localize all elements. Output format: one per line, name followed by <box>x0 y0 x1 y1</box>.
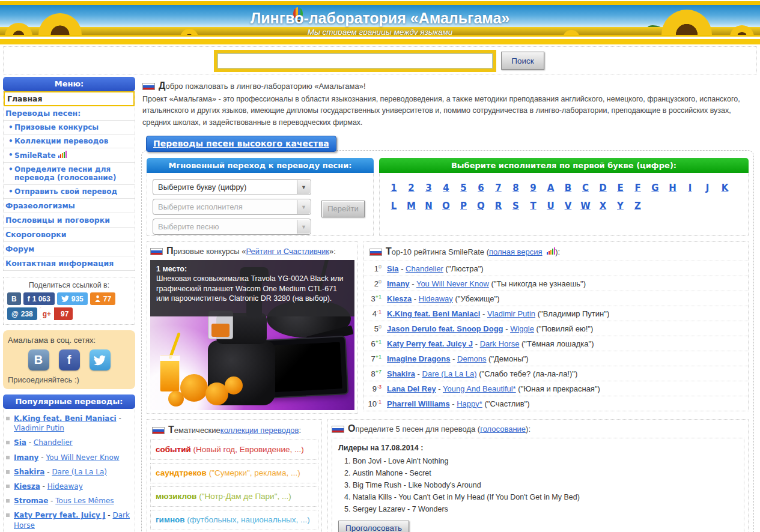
menu-item-prize-contests[interactable]: Призовые конкурсы <box>4 121 135 135</box>
quality-translations-tab[interactable]: Переводы песен высокого качества <box>146 136 336 152</box>
letter-link[interactable]: Y <box>615 201 626 211</box>
letter-link[interactable]: 4 <box>440 183 452 193</box>
menu-item-proverbs[interactable]: Пословицы и поговорки <box>4 213 135 228</box>
top10-song-link[interactable]: Vladimir Putin <box>487 309 535 318</box>
share-facebook-button[interactable]: f1 063 <box>23 292 55 305</box>
letter-link[interactable]: I <box>684 183 696 193</box>
top10-song-link[interactable]: Chandelier <box>406 264 443 273</box>
letter-link[interactable]: 2 <box>406 183 417 193</box>
top10-artist-link[interactable]: Jason Derulo feat. Snoop Dogg <box>387 324 503 333</box>
popular-song-link[interactable]: Hideaway <box>47 482 83 491</box>
popular-artist-link[interactable]: Imany <box>14 453 38 462</box>
popular-artist-link[interactable]: Stromae <box>14 497 48 505</box>
menu-item-home[interactable]: Главная <box>4 91 135 106</box>
popular-song-link[interactable]: Chandelier <box>34 438 73 447</box>
menu-item-contacts[interactable]: Контактная информация <box>4 256 135 271</box>
letter-link[interactable]: S <box>510 201 521 211</box>
collection-row[interactable]: мюзиклов ("Нотр-Дам де Пари", ...) <box>150 486 318 507</box>
top10-artist-link[interactable]: K.King feat. Beni Maniaci <box>387 309 480 318</box>
twitter-page-button[interactable] <box>90 349 111 370</box>
top10-artist-link[interactable]: Kiesza <box>387 294 412 303</box>
contest-link[interactable]: Рейтинг и Счастливчик <box>246 247 329 256</box>
letter-link[interactable]: Z <box>632 201 643 211</box>
letter-link[interactable]: U <box>545 201 556 211</box>
letter-link[interactable]: R <box>493 201 504 211</box>
letter-link[interactable]: J <box>702 183 713 193</box>
letter-link[interactable]: 5 <box>458 183 469 193</box>
vote-button[interactable]: Проголосовать <box>338 521 409 532</box>
prize-image[interactable]: 1 место: Шнековая соковыжималка Travola … <box>150 260 354 410</box>
top10-full-version-link[interactable]: полная версия <box>489 247 543 256</box>
menu-item-song-translations[interactable]: Переводы песен: <box>4 106 135 121</box>
menu-item-smilerate[interactable]: SmileRate <box>4 148 135 163</box>
letter-link[interactable]: M <box>406 201 417 211</box>
popular-artist-link[interactable]: Sia <box>14 438 26 447</box>
top10-song-link[interactable]: Dare (La La La) <box>422 369 477 378</box>
share-twitter-button[interactable]: 935 <box>57 292 88 305</box>
menu-item-forum[interactable]: Форум <box>4 242 135 256</box>
share-googleplus-button[interactable]: g+97 <box>40 307 73 320</box>
popular-song-link[interactable]: You Will Never Know <box>46 453 119 462</box>
letter-link[interactable]: H <box>667 183 678 193</box>
collection-row[interactable]: саундтреков ("Сумерки", реклама, ...) <box>150 463 318 483</box>
share-odnoklassniki-button[interactable]: 77 <box>90 292 115 305</box>
popular-artist-link[interactable]: Kiesza <box>14 482 40 491</box>
facebook-page-button[interactable]: f <box>59 349 80 370</box>
letter-link[interactable]: K <box>719 183 731 193</box>
top10-song-link[interactable]: Hideaway <box>419 294 453 303</box>
share-mailru-button[interactable]: @238 <box>7 307 37 320</box>
top10-song-link[interactable]: Wiggle <box>510 324 534 333</box>
menu-item-tongue-twisters[interactable]: Скороговорки <box>4 228 135 242</box>
top10-artist-link[interactable]: Imany <box>387 279 410 288</box>
collection-row[interactable]: гимнов (футбольных, национальных, ...) <box>150 510 318 530</box>
search-button[interactable]: Поиск <box>501 52 544 70</box>
collection-row[interactable]: событий (Новый год, Евровидение, ...) <box>150 440 318 460</box>
letter-link[interactable]: 9 <box>527 183 539 193</box>
letter-link[interactable]: 3 <box>423 183 434 193</box>
top10-artist-link[interactable]: Shakira <box>387 369 415 378</box>
letter-link[interactable]: T <box>527 201 539 211</box>
top10-song-link[interactable]: Happy* <box>457 399 482 408</box>
go-button[interactable]: Перейти <box>321 201 365 217</box>
top10-artist-link[interactable]: Katy Perry feat. Juicy J <box>387 339 473 348</box>
popular-artist-link[interactable]: Katy Perry feat. Juicy J <box>14 511 106 519</box>
top10-artist-link[interactable]: Lana Del Rey <box>387 384 436 393</box>
letter-link[interactable]: 8 <box>510 183 521 193</box>
menu-item-phraseology[interactable]: Фразеологизмы <box>4 199 135 213</box>
search-input[interactable] <box>217 53 493 68</box>
letter-link[interactable]: A <box>545 183 556 193</box>
top10-artist-link[interactable]: Pharrell Williams <box>387 399 450 408</box>
top10-song-link[interactable]: Demons <box>457 354 486 363</box>
letter-link[interactable]: Q <box>475 201 487 211</box>
letter-link[interactable]: X <box>597 201 609 211</box>
popular-song-link[interactable]: Tous Les Mêmes <box>55 497 114 505</box>
letter-link[interactable]: 1 <box>388 183 400 193</box>
popular-artist-link[interactable]: K.King feat. Beni Maniaci <box>14 414 117 423</box>
letter-link[interactable]: B <box>562 183 574 193</box>
artist-select[interactable]: Выберите исполнителя▼ <box>153 199 311 215</box>
song-select[interactable]: Выберите песню▼ <box>153 219 311 235</box>
letter-link[interactable]: F <box>632 183 643 193</box>
letter-link[interactable]: V <box>562 201 574 211</box>
letter-link[interactable]: W <box>580 201 591 211</box>
letter-link[interactable]: O <box>440 201 452 211</box>
letter-link[interactable]: P <box>458 201 469 211</box>
popular-artist-link[interactable]: Shakira <box>14 468 44 476</box>
letter-link[interactable]: 7 <box>493 183 504 193</box>
letter-link[interactable]: G <box>649 183 661 193</box>
top10-song-link[interactable]: Young And Beautiful* <box>443 384 516 393</box>
vote-link[interactable]: голосование <box>480 425 526 434</box>
collections-link[interactable]: коллекции переводов <box>220 426 299 435</box>
letter-link[interactable]: C <box>580 183 591 193</box>
menu-item-collections[interactable]: Коллекции переводов <box>4 135 135 148</box>
top10-song-link[interactable]: Dark Horse <box>480 339 520 348</box>
letter-link[interactable]: N <box>423 201 434 211</box>
vk-page-button[interactable]: В <box>28 349 49 370</box>
letter-select[interactable]: Выберите букву (цифру)▼ <box>153 179 311 195</box>
share-vk-button[interactable]: В <box>7 292 21 305</box>
letter-link[interactable]: E <box>615 183 626 193</box>
popular-song-link[interactable]: Vladimir Putin <box>14 424 64 432</box>
top10-artist-link[interactable]: Sia <box>387 264 399 273</box>
top10-artist-link[interactable]: Imagine Dragons <box>387 354 450 363</box>
menu-item-submit-translation[interactable]: Отправить свой перевод <box>4 185 135 199</box>
